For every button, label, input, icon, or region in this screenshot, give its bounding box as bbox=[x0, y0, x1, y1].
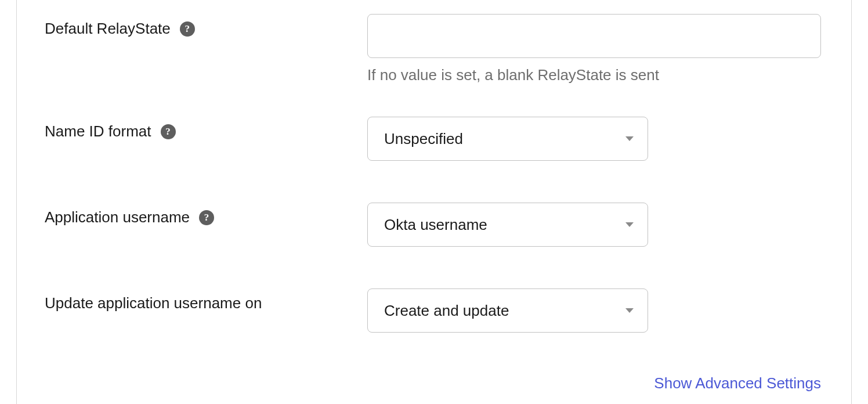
field-row-relaystate: Default RelayState ? If no value is set,… bbox=[45, 14, 823, 84]
appusername-selected-value: Okta username bbox=[384, 216, 487, 234]
label-col: Default RelayState ? bbox=[45, 14, 367, 38]
footer-link-row: Show Advanced Settings bbox=[367, 374, 821, 392]
settings-panel: Default RelayState ? If no value is set,… bbox=[16, 0, 852, 404]
updateon-select[interactable]: Create and update bbox=[367, 288, 648, 333]
field-row-nameid: Name ID format ? Unspecified bbox=[45, 117, 823, 161]
appusername-select[interactable]: Okta username bbox=[367, 203, 648, 247]
help-icon[interactable]: ? bbox=[180, 21, 195, 37]
show-advanced-settings-link[interactable]: Show Advanced Settings bbox=[654, 374, 821, 392]
relaystate-label: Default RelayState bbox=[45, 20, 171, 38]
appusername-label: Application username bbox=[45, 208, 190, 226]
label-col: Update application username on bbox=[45, 288, 367, 312]
relaystate-help-text: If no value is set, a blank RelayState i… bbox=[367, 66, 823, 84]
relaystate-input[interactable] bbox=[367, 14, 821, 58]
label-col: Application username ? bbox=[45, 203, 367, 226]
chevron-down-icon bbox=[625, 222, 634, 227]
help-icon[interactable]: ? bbox=[161, 124, 176, 139]
control-col: Unspecified bbox=[367, 117, 823, 161]
field-row-appusername: Application username ? Okta username bbox=[45, 203, 823, 247]
label-col: Name ID format ? bbox=[45, 117, 367, 140]
control-col: If no value is set, a blank RelayState i… bbox=[367, 14, 823, 84]
field-row-updateon: Update application username on Create an… bbox=[45, 288, 823, 333]
help-icon[interactable]: ? bbox=[199, 210, 214, 225]
nameid-select[interactable]: Unspecified bbox=[367, 117, 648, 161]
nameid-label: Name ID format bbox=[45, 122, 151, 140]
control-col: Okta username bbox=[367, 203, 823, 247]
nameid-selected-value: Unspecified bbox=[384, 130, 463, 148]
chevron-down-icon bbox=[625, 308, 634, 313]
chevron-down-icon bbox=[625, 136, 634, 141]
updateon-label: Update application username on bbox=[45, 294, 262, 312]
updateon-selected-value: Create and update bbox=[384, 302, 509, 320]
control-col: Create and update bbox=[367, 288, 823, 333]
